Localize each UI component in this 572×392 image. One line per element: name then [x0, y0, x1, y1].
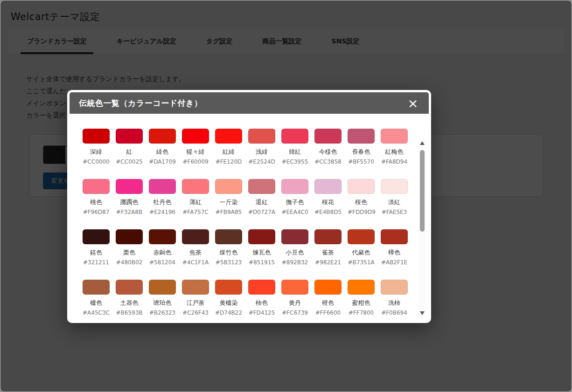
color-swatch[interactable]: [149, 280, 176, 295]
color-code: #CC0000: [83, 158, 110, 165]
color-swatch[interactable]: [215, 280, 242, 295]
color-cell: 紅梅色#FA8D94: [381, 129, 408, 165]
color-swatch[interactable]: [182, 229, 209, 244]
color-code: #B6593B: [116, 309, 143, 316]
color-name: 赤銅色: [149, 248, 176, 257]
color-code: #982E21: [314, 259, 342, 266]
color-swatch[interactable]: [215, 129, 242, 144]
color-swatch[interactable]: [83, 229, 110, 244]
color-cell: 浅緋#E2524D: [248, 129, 275, 165]
color-code: #5B3123: [215, 259, 242, 266]
scrollbar-down-arrow-icon[interactable]: [420, 311, 425, 315]
color-swatch[interactable]: [314, 280, 342, 295]
color-swatch[interactable]: [248, 229, 275, 244]
color-name: 小豆色: [281, 248, 308, 257]
color-cell: 薄紅#FA757C: [182, 179, 209, 215]
color-swatch[interactable]: [348, 129, 375, 144]
color-name: 躑躅色: [116, 198, 143, 206]
color-swatch[interactable]: [182, 179, 209, 194]
color-code: #F0B694: [381, 309, 408, 316]
color-swatch[interactable]: [381, 229, 408, 244]
color-swatch[interactable]: [83, 129, 110, 144]
color-swatch[interactable]: [381, 280, 408, 295]
color-cell: 深緋#CC0000: [83, 129, 110, 165]
color-swatch[interactable]: [348, 229, 375, 244]
color-swatch[interactable]: [248, 179, 275, 194]
color-swatch[interactable]: [182, 129, 209, 144]
color-name: 紅: [116, 148, 143, 156]
color-cell: 黄丹#FC6739: [281, 280, 308, 316]
color-name: 一斤染: [215, 198, 242, 206]
color-cell: 赤銅色#581204: [149, 229, 176, 266]
color-name: 煤竹色: [215, 248, 242, 257]
color-name: 黄櫨染: [215, 299, 242, 307]
color-swatch[interactable]: [83, 179, 110, 194]
color-cell: 猩々緋#F60009: [182, 129, 209, 165]
color-swatch[interactable]: [248, 280, 275, 295]
color-code: #4C1F1A: [182, 259, 209, 266]
color-swatch[interactable]: [182, 280, 209, 295]
color-cell: 躑躅色#F32A8B: [116, 179, 143, 215]
scrollbar-thumb[interactable]: [420, 150, 425, 232]
color-swatch[interactable]: [281, 229, 308, 244]
color-grid: 深緋#CC0000紅#CC0025緋色#DA1709猩々緋#F60009紅緋#F…: [83, 129, 429, 316]
color-swatch[interactable]: [314, 229, 342, 244]
color-code: #FE120D: [215, 158, 242, 165]
color-swatch[interactable]: [348, 280, 375, 295]
color-cell: 退紅#D0727A: [248, 179, 275, 215]
color-swatch[interactable]: [381, 129, 408, 144]
color-code: #FDD9D9: [348, 209, 375, 215]
color-swatch[interactable]: [281, 129, 308, 144]
color-swatch[interactable]: [83, 280, 110, 295]
color-cell: 黄櫨染#D74B22: [215, 280, 242, 316]
color-name: 代赭色: [348, 248, 375, 257]
color-swatch[interactable]: [281, 179, 308, 194]
color-swatch[interactable]: [314, 129, 342, 144]
color-name: 深緋: [83, 148, 110, 156]
color-name: 紅緋: [215, 148, 242, 156]
color-swatch[interactable]: [314, 179, 342, 194]
color-swatch[interactable]: [215, 229, 242, 244]
color-swatch[interactable]: [348, 179, 375, 194]
color-cell: 桜花#E4B8D5: [314, 179, 342, 215]
color-code: #A45C3C: [83, 309, 110, 316]
modal-body: 深緋#CC0000紅#CC0025緋色#DA1709猩々緋#F60009紅緋#F…: [70, 114, 429, 321]
color-swatch[interactable]: [149, 229, 176, 244]
color-code: #FA757C: [182, 209, 209, 215]
color-swatch[interactable]: [381, 179, 408, 194]
color-swatch[interactable]: [116, 129, 143, 144]
color-swatch[interactable]: [116, 229, 143, 244]
color-swatch[interactable]: [149, 129, 176, 144]
color-code: #FA8D94: [381, 158, 408, 165]
color-cell: 撫子色#EEA4C0: [281, 179, 308, 215]
color-name: 紅梅色: [381, 148, 408, 156]
color-cell: 一斤染#FB9A85: [215, 179, 242, 215]
color-cell: 蜜柑色#FF7800: [348, 280, 375, 316]
close-icon[interactable]: ×: [404, 92, 422, 114]
color-code: #FF6600: [314, 309, 342, 316]
color-code: #B26323: [149, 309, 176, 316]
color-name: 猩々緋: [182, 148, 209, 156]
color-swatch[interactable]: [149, 179, 176, 194]
color-cell: 煉瓦色#851915: [248, 229, 275, 266]
color-cell: 江戸茶#C26F43: [182, 280, 209, 316]
color-cell: 緋色#DA1709: [149, 129, 176, 165]
color-name: 黄丹: [281, 299, 308, 307]
modal-title: 伝統色一覧（カラーコード付き）: [79, 98, 202, 109]
color-swatch[interactable]: [248, 129, 275, 144]
scrollbar-up-arrow-icon[interactable]: [420, 141, 425, 145]
color-name: 錆色: [83, 248, 110, 257]
color-swatch[interactable]: [281, 280, 308, 295]
color-code: #F60009: [182, 158, 209, 165]
modal-scrollbar[interactable]: [419, 138, 426, 318]
color-code: #F96D87: [83, 209, 110, 215]
color-cell: 紅緋#FE120D: [215, 129, 242, 165]
color-name: 退紅: [248, 198, 275, 206]
color-code: #E4B8D5: [314, 209, 342, 215]
color-swatch[interactable]: [116, 280, 143, 295]
color-swatch[interactable]: [215, 179, 242, 194]
color-code: #F32A8B: [116, 209, 143, 215]
color-swatch[interactable]: [116, 179, 143, 194]
color-code: #B7351A: [348, 259, 375, 266]
color-name: 淡紅: [381, 198, 408, 206]
